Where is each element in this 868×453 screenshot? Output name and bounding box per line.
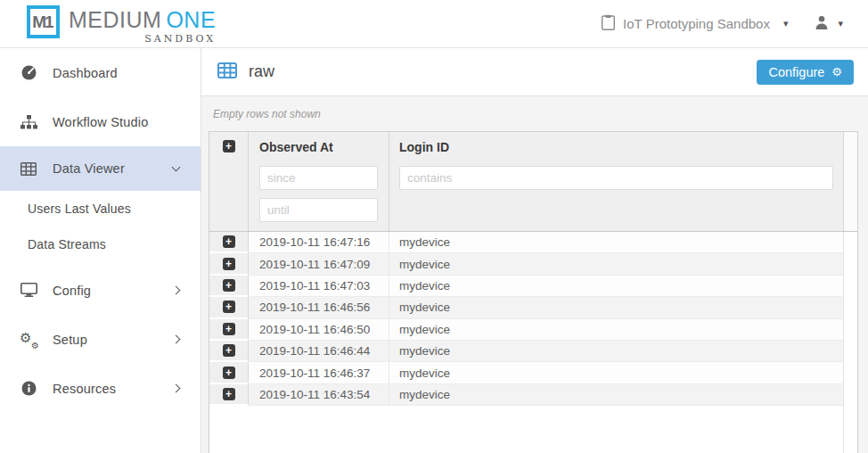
expand-row-button[interactable]: +: [223, 279, 235, 292]
chevron-right-icon: [172, 384, 181, 393]
sitemap-icon: [20, 115, 37, 129]
expand-cell: +: [209, 362, 249, 383]
gauge-icon: [20, 65, 37, 80]
chevron-down-icon: ▾: [783, 18, 789, 29]
expand-row-button[interactable]: +: [223, 367, 235, 379]
observed-at-cell: 2019-10-11 16:46:56: [249, 297, 389, 318]
expand-cell: +: [209, 253, 249, 275]
logo-text: MEDIUMONE SANDBOX: [69, 3, 216, 45]
sidebar: Dashboard Workflow Studio Data Viewer Us…: [0, 48, 201, 453]
brand-name-primary: MEDIUM: [69, 7, 161, 32]
clipboard-icon: [602, 14, 615, 34]
chevron-right-icon: [172, 286, 181, 295]
empty-rows-note: Empty rows not shown: [213, 108, 858, 120]
app-window: M1 MEDIUMONE SANDBOX IoT Prototyping San…: [0, 0, 868, 453]
filter-since-input[interactable]: [259, 166, 378, 190]
topbar-right: IoT Prototyping Sandbox ▾ ▾: [602, 14, 850, 34]
brand-subtitle: SANDBOX: [144, 33, 216, 45]
brand-name-accent: ONE: [166, 7, 216, 32]
expand-cell: +: [209, 232, 249, 253]
brand-logo[interactable]: M1 MEDIUMONE SANDBOX: [27, 3, 216, 45]
logo-monogram: M1: [32, 12, 53, 32]
observed-at-cell: 2019-10-11 16:47:03: [249, 276, 389, 297]
expand-all-button[interactable]: +: [223, 140, 235, 152]
expand-row-button[interactable]: +: [223, 388, 235, 400]
expand-row-button[interactable]: +: [223, 323, 235, 335]
table-body: + 2019-10-11 16:47:16 mydevice + 2019-10…: [209, 232, 857, 453]
table-icon-blue: [217, 62, 237, 82]
expand-cell: +: [209, 341, 249, 362]
login-id-cell: mydevice: [389, 362, 843, 383]
expand-all-cell: +: [209, 132, 249, 231]
column-header-login-id: Login ID: [399, 140, 833, 154]
observed-at-cell: 2019-10-11 16:46:44: [249, 341, 389, 362]
content-body: Empty rows not shown + Observed At: [201, 96, 868, 453]
table-header: + Observed At Login ID: [209, 132, 857, 232]
expand-cell: +: [209, 319, 249, 341]
expand-cell: +: [209, 297, 249, 318]
login-id-cell: mydevice: [389, 319, 843, 341]
table-row: + 2019-10-11 16:47:09 mydevice: [209, 253, 843, 275]
login-id-cell: mydevice: [389, 384, 843, 406]
expand-cell: +: [209, 384, 249, 406]
observed-at-cell: 2019-10-11 16:47:16: [249, 232, 389, 253]
expand-row-button[interactable]: +: [223, 301, 235, 313]
expand-row-button[interactable]: +: [223, 235, 235, 248]
login-id-cell: mydevice: [389, 232, 843, 253]
page-title: raw: [249, 62, 274, 81]
topbar: M1 MEDIUMONE SANDBOX IoT Prototyping San…: [0, 0, 868, 48]
column-header-observed-at: Observed At: [259, 140, 378, 154]
table-row: + 2019-10-11 16:46:44 mydevice: [209, 341, 843, 362]
workspace-switcher[interactable]: IoT Prototyping Sandbox ▾: [602, 14, 788, 34]
chevron-down-icon: [172, 163, 181, 172]
user-menu[interactable]: ▾: [815, 15, 850, 33]
sidebar-item-label: Config: [53, 284, 91, 298]
column-login-id: Login ID: [389, 132, 843, 231]
main-content: raw Configure ⚙ Empty rows not shown +: [201, 48, 868, 453]
info-icon: [20, 381, 37, 396]
sidebar-item-users-last-values[interactable]: Users Last Values: [0, 191, 201, 226]
expand-cell: +: [209, 276, 249, 297]
sidebar-item-data-viewer[interactable]: Data Viewer: [0, 146, 201, 191]
sidebar-item-label: Resources: [53, 382, 116, 396]
chevron-right-icon: [172, 335, 181, 344]
gear-icon: ⚙: [831, 66, 842, 78]
table-row: + 2019-10-11 16:46:37 mydevice: [209, 362, 843, 383]
table-icon: [20, 162, 37, 176]
table-rows: + 2019-10-11 16:47:16 mydevice + 2019-10…: [209, 232, 843, 453]
table-row: + 2019-10-11 16:46:56 mydevice: [209, 297, 843, 318]
login-id-cell: mydevice: [389, 341, 843, 362]
sidebar-item-label: Setup: [53, 333, 87, 347]
sidebar-item-label: Dashboard: [53, 66, 118, 80]
filter-contains-input[interactable]: [399, 166, 833, 190]
table-row: + 2019-10-11 16:46:50 mydevice: [209, 319, 843, 341]
observed-at-cell: 2019-10-11 16:46:37: [249, 362, 389, 383]
sidebar-item-config[interactable]: Config: [0, 266, 201, 315]
observed-at-cell: 2019-10-11 16:46:50: [249, 319, 389, 341]
sidebar-item-workflow-studio[interactable]: Workflow Studio: [0, 97, 201, 146]
table-row: + 2019-10-11 16:47:03 mydevice: [209, 276, 843, 297]
sidebar-item-setup[interactable]: ⚙⚙ Setup: [0, 315, 201, 364]
expand-row-button[interactable]: +: [223, 258, 235, 270]
configure-button[interactable]: Configure ⚙: [757, 60, 854, 85]
login-id-cell: mydevice: [389, 297, 843, 318]
expand-row-button[interactable]: +: [223, 344, 235, 357]
filter-until-input[interactable]: [259, 198, 378, 222]
user-icon: [815, 15, 829, 33]
configure-button-label: Configure: [768, 65, 824, 79]
observed-at-cell: 2019-10-11 16:47:09: [249, 253, 389, 275]
chevron-down-icon: ▾: [838, 18, 843, 29]
table-row: + 2019-10-11 16:43:54 mydevice: [209, 384, 843, 406]
column-observed-at: Observed At: [249, 132, 389, 231]
gears-icon: ⚙⚙: [20, 332, 37, 348]
sidebar-item-label: Data Viewer: [53, 161, 125, 176]
monitor-icon: [20, 283, 37, 298]
login-id-cell: mydevice: [389, 253, 843, 275]
table-scroll-spacer: [843, 132, 857, 231]
sidebar-item-data-streams[interactable]: Data Streams: [0, 226, 201, 262]
sidebar-item-label: Workflow Studio: [53, 115, 149, 129]
data-table: + Observed At Login ID: [209, 131, 858, 453]
content-header: raw Configure ⚙: [201, 48, 868, 96]
sidebar-item-resources[interactable]: Resources: [0, 364, 201, 413]
sidebar-item-dashboard[interactable]: Dashboard: [0, 48, 201, 97]
